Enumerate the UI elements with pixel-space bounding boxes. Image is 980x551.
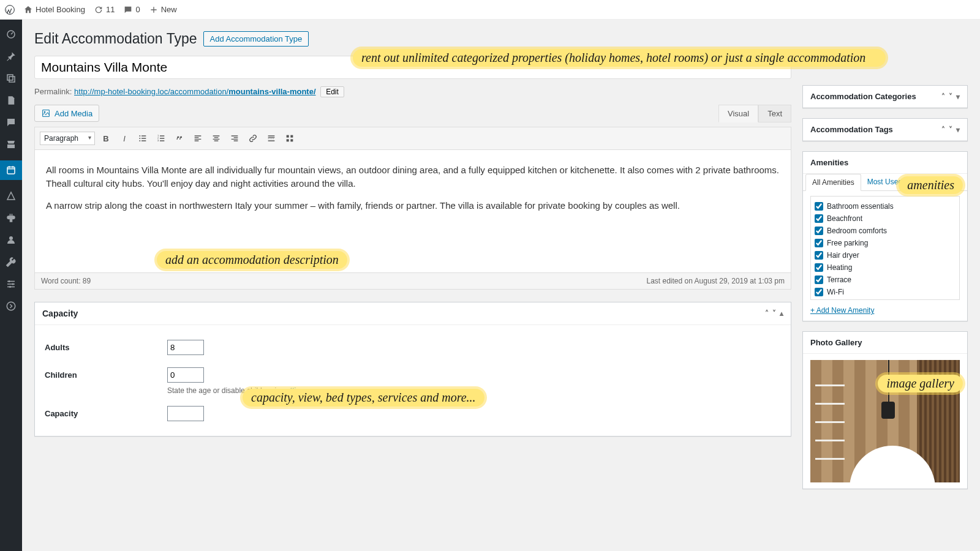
last-edited: Last edited on August 29, 2019 at 1:03 p… (646, 277, 785, 285)
add-media-button[interactable]: Add Media (34, 105, 99, 122)
amenity-item[interactable]: Wi-Fi (815, 286, 956, 298)
categories-title: Accommodation Categories (810, 92, 916, 101)
capacity-title: Capacity (42, 309, 78, 318)
add-accommodation-type-button[interactable]: Add Accommodation Type (203, 31, 309, 47)
pages-icon[interactable] (5, 94, 17, 107)
tab-most-used[interactable]: Most Used (861, 174, 908, 190)
appearance-icon[interactable] (5, 190, 17, 202)
site-name: Hotel Booking (36, 5, 85, 14)
store-icon[interactable] (5, 138, 17, 151)
link-icon[interactable] (246, 131, 260, 146)
read-more-icon[interactable] (264, 131, 279, 146)
svg-rect-16 (290, 135, 293, 138)
italic-icon[interactable]: I (117, 131, 132, 146)
svg-rect-17 (287, 139, 289, 141)
amenity-item[interactable]: Hair dryer (815, 249, 956, 261)
editor-toolbar: Paragraph B I 123 (35, 127, 791, 150)
svg-text:3: 3 (157, 139, 159, 142)
amenity-item[interactable]: Free parking (815, 237, 956, 249)
admin-toolbar: Hotel Booking 11 0 New (0, 0, 980, 20)
wp-logo[interactable] (5, 5, 15, 15)
amenity-checkbox[interactable] (815, 251, 823, 260)
comments-link[interactable]: 0 (123, 5, 140, 15)
updates-link[interactable]: 11 (94, 5, 115, 15)
amenity-checkbox[interactable] (815, 239, 823, 247)
description-paragraph: All rooms in Mountains Villa Monte are a… (46, 163, 780, 190)
align-center-icon[interactable] (209, 131, 224, 146)
add-new-amenity-link[interactable]: + Add New Amenity (810, 306, 960, 315)
ul-icon[interactable] (135, 131, 150, 146)
amenity-checkbox[interactable] (815, 227, 823, 235)
amenity-item[interactable]: Heating (815, 261, 956, 274)
move-down-icon[interactable]: ˅ (772, 309, 776, 318)
amenity-checkbox[interactable] (815, 263, 823, 272)
settings-slider-icon[interactable] (5, 278, 17, 290)
amenity-item[interactable]: Beachfront (815, 212, 956, 225)
tools-icon[interactable] (5, 256, 17, 268)
bold-icon[interactable]: B (99, 131, 113, 146)
svg-point-8 (44, 111, 46, 113)
description-paragraph: A narrow strip along the coast in northw… (46, 199, 780, 212)
dashboard-icon[interactable] (5, 28, 17, 40)
accommodation-title-input[interactable] (34, 56, 791, 79)
admin-sidebar (0, 20, 22, 517)
toolbar-toggle-icon[interactable] (282, 131, 297, 146)
move-up-icon[interactable]: ˄ (765, 309, 769, 318)
amenity-checkbox[interactable] (815, 276, 823, 284)
amenities-list[interactable]: Bathroom essentials Beachfront Bedroom c… (810, 196, 960, 300)
site-home-link[interactable]: Hotel Booking (23, 5, 85, 15)
svg-point-10 (139, 138, 140, 139)
users-icon[interactable] (5, 234, 17, 246)
align-left-icon[interactable] (190, 131, 205, 146)
adults-input[interactable] (167, 340, 204, 355)
edit-permalink-button[interactable]: Edit (320, 86, 344, 97)
adults-label: Adults (45, 343, 167, 352)
gallery-title: Photo Gallery (810, 338, 862, 347)
move-down-icon[interactable]: ˅ (949, 92, 952, 101)
move-up-icon[interactable]: ˄ (941, 92, 945, 101)
new-label: New (161, 5, 177, 14)
calendar-icon[interactable] (0, 160, 22, 180)
tab-all-amenities[interactable]: All Amenities (805, 174, 861, 191)
ol-icon[interactable]: 123 (154, 131, 168, 146)
amenity-item[interactable]: Terrace (815, 274, 956, 286)
toggle-icon[interactable]: ▾ (956, 126, 960, 134)
move-up-icon[interactable]: ˄ (941, 126, 945, 134)
gallery-thumbnail[interactable] (810, 360, 960, 482)
quote-icon[interactable] (172, 131, 187, 146)
comments-icon[interactable] (5, 116, 17, 129)
comments-count: 0 (135, 5, 140, 14)
format-select[interactable]: Paragraph (40, 132, 95, 145)
svg-rect-2 (7, 167, 15, 174)
children-input[interactable] (167, 367, 204, 383)
plugins-icon[interactable] (5, 212, 17, 224)
svg-point-11 (139, 140, 140, 141)
tab-visual[interactable]: Visual (718, 105, 758, 122)
new-content-link[interactable]: New (149, 5, 177, 15)
toggle-icon[interactable]: ▴ (780, 309, 783, 318)
align-right-icon[interactable] (227, 131, 242, 146)
amenity-item[interactable]: Bedroom comforts (815, 225, 956, 237)
toggle-icon[interactable]: ▾ (956, 92, 960, 101)
pin-icon[interactable] (5, 50, 17, 62)
tab-text[interactable]: Text (758, 105, 791, 122)
svg-point-4 (9, 280, 10, 282)
capacity-label: Capacity (45, 409, 167, 418)
amenity-checkbox[interactable] (815, 202, 823, 211)
amenity-item[interactable]: Bathroom essentials (815, 200, 956, 212)
move-down-icon[interactable]: ˅ (949, 126, 952, 134)
amenities-box: Amenities All Amenities Most Used Bathro… (802, 151, 968, 321)
collapse-icon[interactable] (5, 300, 17, 312)
settings-link[interactable]: settings (282, 386, 307, 395)
capacity-box: Capacity ˄ ˅ ▴ Adults Children (34, 302, 791, 437)
tags-box: Accommodation Tags ˄˅▾ (802, 118, 968, 141)
permalink-url[interactable]: http://mp-hotel-booking.loc/accommodatio… (74, 87, 315, 96)
media-icon[interactable] (5, 72, 17, 84)
word-count: Word count: 89 (41, 277, 91, 285)
amenity-checkbox[interactable] (815, 288, 823, 296)
editor-content[interactable]: All rooms in Mountains Villa Monte are a… (35, 150, 791, 272)
capacity-input[interactable] (167, 406, 204, 421)
svg-point-7 (7, 302, 15, 310)
permalink-row: Permalink: http://mp-hotel-booking.loc/a… (34, 86, 791, 97)
amenity-checkbox[interactable] (815, 214, 823, 223)
